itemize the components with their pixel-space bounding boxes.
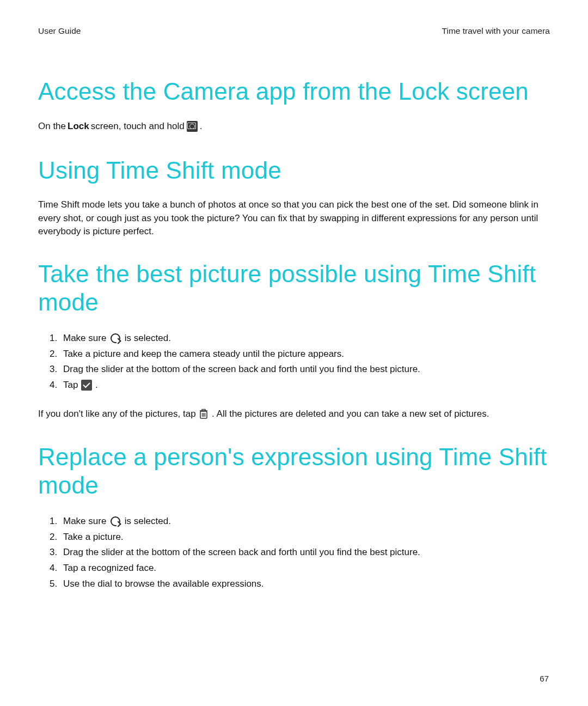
list-item: Drag the slider at the bottom of the scr…	[60, 545, 550, 561]
list-item: Take a picture.	[60, 530, 550, 545]
timeshift-icon	[110, 516, 121, 527]
text: .	[95, 380, 98, 390]
text: Make sure	[63, 516, 109, 526]
heading-replace-expression: Replace a person's expression using Time…	[38, 443, 550, 500]
trash-icon	[199, 409, 209, 419]
list-item: Make sure is selected.	[60, 514, 550, 530]
text: On the	[38, 120, 66, 133]
list-item: Tap a recognized face.	[60, 561, 550, 576]
header-right: Time travel with your camera	[442, 26, 550, 36]
timeshift-icon	[110, 333, 121, 344]
list-item: Take a picture and keep the camera stead…	[60, 346, 550, 362]
text: .	[200, 120, 203, 133]
text: If you don't like any of the pictures, t…	[38, 409, 198, 419]
heading-using-timeshift: Using Time Shift mode	[38, 156, 550, 185]
page-header: User Guide Time travel with your camera	[38, 26, 550, 36]
svg-rect-5	[202, 410, 205, 411]
text: Use the dial to browse the available exp…	[63, 579, 264, 589]
list-item: Make sure is selected.	[60, 331, 550, 346]
heading-best-picture: Take the best picture possible using Tim…	[38, 260, 550, 317]
text: Tap a recognized face.	[63, 563, 156, 573]
page: User Guide Time travel with your camera …	[0, 0, 588, 706]
text: is selected.	[125, 333, 171, 343]
text: Drag the slider at the bottom of the scr…	[63, 364, 420, 374]
section1-intro: On the Lock screen, touch and hold .	[38, 120, 550, 133]
text-bold-lock: Lock	[68, 120, 89, 133]
check-icon	[81, 380, 92, 391]
text: Take a picture.	[63, 532, 124, 542]
text: screen, touch and hold	[91, 120, 185, 133]
section3-steps: Make sure is selected. Take a picture an…	[38, 331, 550, 394]
page-number: 67	[540, 674, 549, 683]
section3-after: If you don't like any of the pictures, t…	[38, 407, 550, 421]
list-item: Drag the slider at the bottom of the scr…	[60, 362, 550, 378]
text: Take a picture and keep the camera stead…	[63, 349, 344, 359]
text: . All the pictures are deleted and you c…	[212, 409, 489, 419]
section2-paragraph: Time Shift mode lets you take a bunch of…	[38, 198, 550, 238]
camera-icon	[187, 121, 198, 132]
list-item: Use the dial to browse the available exp…	[60, 576, 550, 592]
text: Drag the slider at the bottom of the scr…	[63, 547, 420, 557]
text: Make sure	[63, 333, 109, 343]
text: is selected.	[125, 516, 171, 526]
heading-access-camera: Access the Camera app from the Lock scre…	[38, 77, 550, 106]
list-item: Tap .	[60, 378, 550, 393]
section4-steps: Make sure is selected. Take a picture. D…	[38, 514, 550, 592]
header-left: User Guide	[38, 26, 81, 36]
text: Tap	[63, 380, 81, 390]
